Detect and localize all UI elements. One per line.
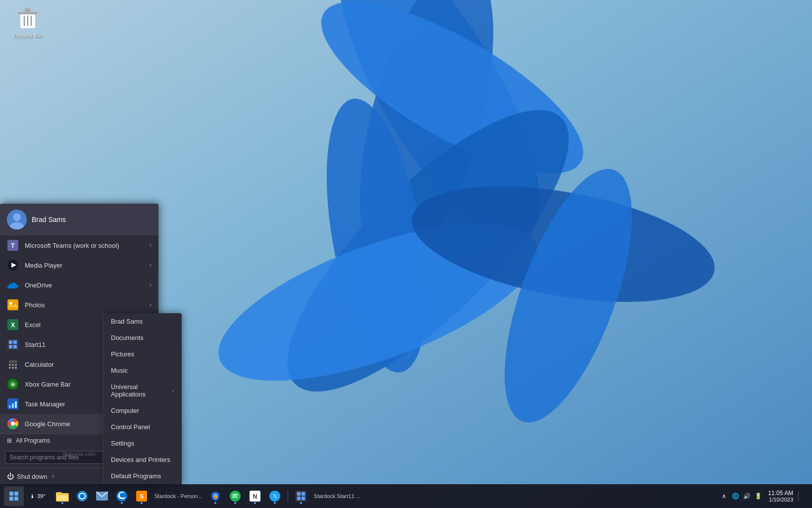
weather-temp: 39° — [37, 493, 46, 499]
computer-label: Computer — [111, 407, 139, 414]
taskbar-bitwarden[interactable]: 🔒 — [206, 487, 224, 505]
clock-time: 11:05 AM — [768, 490, 793, 497]
svg-rect-30 — [9, 345, 12, 348]
taskbar-right: ∧ 🌐 🔊 🔋 11:05 AM 1/10/2023 — [719, 489, 808, 504]
show-desktop[interactable] — [798, 491, 808, 501]
taskbar-edge[interactable] — [113, 487, 131, 505]
right-panel: Brad Sams Documents Pictures Music Unive… — [102, 313, 182, 484]
recycle-bin[interactable]: ♻ Recycle Bin — [10, 7, 46, 39]
task-manager-icon — [7, 398, 19, 410]
svg-rect-51 — [14, 492, 18, 496]
clock-area[interactable]: 11:05 AM 1/10/2023 — [766, 489, 795, 504]
control-panel-label: Control Panel — [111, 423, 150, 431]
svg-rect-45 — [12, 403, 14, 408]
universal-apps-label: Universal Applications — [111, 383, 172, 398]
right-item-pictures[interactable]: Pictures — [103, 346, 182, 362]
taskbar-stardock-label: Stardock - Person... — [152, 487, 204, 505]
media-label: Media Player — [25, 262, 144, 269]
svg-text:S: S — [140, 493, 144, 500]
taskbar-separator — [288, 489, 288, 503]
svg-rect-70 — [297, 492, 301, 496]
grid-icon: ⊞ — [7, 437, 12, 444]
taskbar-spotify[interactable] — [226, 487, 244, 505]
svg-point-58 — [79, 493, 85, 499]
svg-rect-50 — [9, 492, 13, 496]
svg-rect-23 — [7, 299, 18, 310]
svg-rect-44 — [9, 405, 11, 408]
svg-rect-73 — [302, 497, 305, 500]
taskbar-weather[interactable]: 🌡 39° — [26, 493, 50, 499]
svg-point-49 — [11, 422, 15, 426]
right-item-brad-sams[interactable]: Brad Sams — [103, 313, 182, 330]
right-item-music[interactable]: Music — [103, 362, 182, 379]
svg-text:𝕏: 𝕏 — [272, 493, 277, 499]
right-item-default-programs[interactable]: Default Programs — [103, 468, 182, 484]
shutdown-label: Shut down — [17, 473, 47, 480]
taskbar-start11-label: Stardock Start11 ... — [312, 487, 362, 505]
right-item-devices-printers[interactable]: Devices and Printers — [103, 452, 182, 468]
svg-rect-34 — [9, 364, 11, 366]
right-item-universal-apps[interactable]: Universal Applications › — [103, 379, 182, 402]
taskbar-cortana[interactable] — [73, 487, 91, 505]
onedrive-chevron: › — [150, 282, 152, 288]
taskbar-start11[interactable] — [292, 487, 310, 505]
tray-chevron[interactable]: ∧ — [719, 491, 729, 501]
svg-text:⊕: ⊕ — [11, 382, 15, 387]
settings-label: Settings — [111, 440, 134, 447]
svg-rect-39 — [15, 367, 17, 369]
taskbar-stardock[interactable]: S — [133, 487, 151, 505]
svg-point-24 — [9, 302, 12, 305]
taskbar-center: S Stardock - Person... 🔒 — [53, 487, 719, 505]
right-item-control-panel[interactable]: Control Panel — [103, 419, 182, 435]
user-avatar[interactable] — [7, 210, 27, 229]
start11-icon — [7, 339, 19, 350]
start-button[interactable] — [4, 486, 24, 506]
taskbar-mail[interactable] — [93, 487, 111, 505]
media-icon — [7, 259, 19, 271]
tray-battery[interactable]: 🔋 — [753, 491, 763, 501]
program-item-photos[interactable]: Photos › — [0, 295, 158, 315]
tray-network[interactable]: 🌐 — [730, 491, 740, 501]
svg-text:N: N — [253, 493, 257, 500]
teams-icon: T — [7, 239, 19, 251]
svg-rect-46 — [15, 401, 17, 408]
user-name-header: Brad Sams — [32, 216, 66, 224]
start11-taskbar-text: Stardock Start11 ... — [314, 493, 360, 499]
all-programs-label: All Programs — [16, 437, 50, 444]
taskbar-file-explorer[interactable] — [53, 487, 71, 505]
shutdown-chevron: › — [52, 473, 54, 480]
teams-chevron: › — [150, 242, 152, 249]
svg-rect-37 — [9, 367, 11, 369]
program-item-onedrive[interactable]: OneDrive › — [0, 275, 158, 295]
svg-point-64 — [230, 491, 241, 502]
stardock-text: Stardock - Person... — [154, 493, 203, 499]
brad-sams-label: Brad Sams — [111, 318, 143, 325]
svg-text:T: T — [11, 242, 15, 249]
taskbar-twitter[interactable]: 𝕏 — [266, 487, 284, 505]
onedrive-label: OneDrive — [25, 282, 144, 289]
right-item-settings[interactable]: Settings — [103, 435, 182, 452]
svg-rect-72 — [297, 497, 301, 500]
svg-rect-38 — [12, 367, 14, 369]
tray-volume[interactable]: 🔊 — [742, 491, 752, 501]
svg-text:♻: ♻ — [26, 8, 30, 13]
svg-rect-71 — [302, 492, 305, 496]
music-label: Music — [111, 367, 128, 374]
svg-text:🔒: 🔒 — [212, 493, 218, 499]
desktop: ♻ Recycle Bin Brad Sams — [0, 0, 812, 508]
svg-rect-53 — [14, 497, 18, 501]
right-item-computer[interactable]: Computer — [103, 402, 182, 419]
taskbar-left: 🌡 39° — [4, 486, 50, 506]
teams-label: Microsoft Teams (work or school) — [25, 242, 144, 249]
clock-date: 1/10/2023 — [769, 497, 793, 503]
taskbar-notion[interactable]: N — [246, 487, 264, 505]
weather-icon: 🌡 — [30, 493, 35, 499]
xbox-icon: ⊕ — [7, 378, 19, 390]
svg-text:X: X — [11, 321, 15, 329]
program-item-teams[interactable]: T Microsoft Teams (work or school) › — [0, 235, 158, 255]
onedrive-icon — [7, 279, 19, 291]
right-item-documents[interactable]: Documents — [103, 330, 182, 346]
universal-apps-chevron: › — [172, 388, 174, 394]
program-item-media[interactable]: Media Player › — [0, 255, 158, 275]
recycle-bin-icon: ♻ — [16, 7, 40, 31]
